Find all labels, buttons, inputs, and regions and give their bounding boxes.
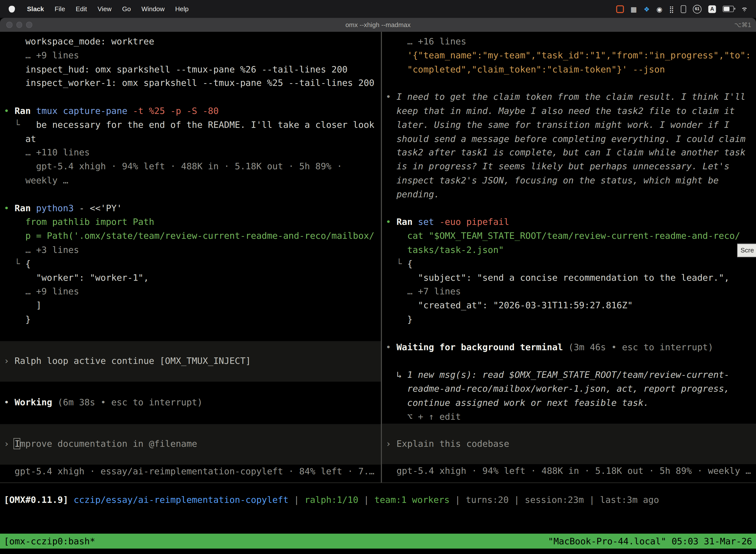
- wifi-icon[interactable]: [741, 6, 748, 12]
- text-segment: inspect_worker-1: omx sparkshell --tmux-…: [4, 78, 375, 88]
- text-segment: •: [386, 217, 396, 227]
- text-segment: (6m 38s • esc to interrupt): [58, 397, 203, 407]
- text-segment: continue assigned work or next feasible …: [386, 397, 649, 407]
- text-segment: … +9 lines: [4, 286, 79, 296]
- text-segment: Waiting for background terminal: [396, 342, 568, 352]
- battery-icon[interactable]: [723, 6, 734, 12]
- terminal-line: pending.: [386, 188, 756, 202]
- terminal-line: • Ran set -euo pipefail: [386, 215, 756, 229]
- blue-app-icon[interactable]: ❖: [644, 5, 649, 12]
- text-segment: gpt-5.4 xhigh · essay/ai-reimplementatio…: [4, 466, 375, 476]
- terminal-line: later. Using the same for transition mig…: [386, 118, 756, 132]
- text-segment: '{"team_name":"my-team","task_id":"1","f…: [386, 50, 751, 60]
- apple-menu-icon[interactable]: [9, 5, 15, 12]
- screen-recording-indicator-icon[interactable]: [616, 5, 624, 13]
- prompt-input-left[interactable]: › Improve documentation in @filename: [0, 424, 381, 464]
- terminal-line: task2 after task1 is complete, but can I…: [386, 146, 756, 160]
- spacer: [386, 202, 756, 215]
- terminal-line: • Waiting for background terminal (3m 46…: [386, 340, 756, 354]
- text-segment: Explain this codebase: [396, 439, 509, 449]
- text-segment: "subject": "send a concise recommendatio…: [386, 272, 730, 282]
- menu-items: Slack FileEditViewGoWindowHelp: [0, 5, 194, 12]
- menu-item-window[interactable]: Window: [136, 5, 170, 12]
- menu-item-view[interactable]: View: [92, 5, 117, 12]
- terminal-line: └ {: [4, 257, 381, 271]
- text-segment: "completed","claim_token":"claim-token"}…: [386, 64, 665, 74]
- text-segment: └: [4, 120, 20, 130]
- tmux-pane-left[interactable]: workspace_mode: worktree … +9 lines insp…: [0, 32, 381, 483]
- menu-item-go[interactable]: Go: [117, 5, 136, 12]
- spacer: [4, 409, 381, 424]
- terminal-line: tasks/task-2.json": [386, 243, 756, 257]
- terminal-line: • Working (6m 38s • esc to interrupt): [4, 395, 381, 409]
- terminal-line: gpt-5.4 xhigh · 94% left · 488K in · 5.1…: [386, 464, 756, 478]
- text-segment: pending.: [386, 189, 440, 199]
- text-segment: p = Path('.omx/state/team/review-current…: [4, 231, 375, 241]
- text-segment: -t %25 -p -S -80: [133, 106, 218, 116]
- text-segment: "created_at": "2026-03-31T11:59:27.816Z": [386, 300, 633, 310]
- menu-bar-status-icons: ▦❖◉⣿61A: [616, 4, 756, 13]
- prompt-text: › Ralph loop active continue [OMX_TMUX_I…: [4, 354, 381, 368]
- text-segment: tasks/task-2.json": [386, 244, 504, 255]
- battery-percent-icon[interactable]: 61: [693, 4, 701, 13]
- prompt-input-right[interactable]: › Explain this codebase: [382, 424, 756, 464]
- terminal-line: … +16 lines: [386, 35, 756, 49]
- input-source-icon[interactable]: A: [708, 5, 716, 13]
- menu-item-file[interactable]: File: [49, 5, 70, 12]
- terminal-line: }: [386, 313, 756, 327]
- text-segment: "worker": "worker-1",: [4, 272, 149, 282]
- terminal-line: • I need to get the claim token from the…: [386, 90, 756, 104]
- text-segment: from pathlib import Path: [4, 217, 154, 227]
- terminal-line: "created_at": "2026-03-31T11:59:27.816Z": [386, 299, 756, 313]
- text-segment: ⌥ + ↑ edit: [386, 411, 461, 422]
- menu-item-slack[interactable]: Slack: [21, 5, 49, 12]
- terminal-line: at: [4, 132, 381, 146]
- text-segment: ↳ 1 new msg(s): read $OMX_TEAM_STATE_ROO…: [386, 370, 730, 380]
- text-segment: set: [418, 217, 440, 227]
- circle-app-icon[interactable]: ◉: [656, 5, 663, 12]
- dots-grid-icon[interactable]: ⣿: [669, 5, 674, 12]
- text-segment: {: [25, 258, 31, 269]
- prompt-text: › Improve documentation in @filename: [4, 437, 381, 451]
- spacer: [386, 327, 756, 340]
- text-segment: workspace_mode: worktree: [4, 36, 154, 46]
- text-segment: └: [4, 258, 25, 269]
- terminal-line: • Ran tmux capture-pane -t %25 -p -S -80: [4, 104, 381, 118]
- text-segment: … +16 lines: [386, 36, 466, 46]
- text-segment: Ran: [396, 217, 418, 227]
- text-segment: (3m 46s • esc to interrupt): [568, 342, 713, 352]
- status-segment: session:23m: [525, 494, 584, 505]
- terminal-line: from pathlib import Path: [4, 215, 381, 229]
- text-segment: task2 after task1 is complete, but can I…: [386, 148, 746, 158]
- tmux-host-clock: "MacBook-Pro-44.local" 05:03 31-Mar-26: [548, 534, 752, 549]
- phone-icon[interactable]: [681, 5, 686, 13]
- text-segment: I need to get the claim token from the c…: [396, 92, 745, 102]
- spacer: [386, 76, 756, 90]
- text-segment: … +3 lines: [4, 244, 79, 255]
- text-segment: later. Using the same for transition mig…: [386, 120, 730, 130]
- text-segment: ]: [4, 300, 42, 310]
- text-segment: at: [4, 133, 36, 144]
- text-segment: Ran: [15, 203, 36, 213]
- macos-menu-bar: Slack FileEditViewGoWindowHelp ▦❖◉⣿61A: [0, 0, 756, 18]
- window-title-bar[interactable]: omx --xhigh --madmax ⌥⌘1: [0, 18, 756, 32]
- terminal-line: … +7 lines: [386, 285, 756, 299]
- text-segment: - <<'PY': [79, 203, 122, 213]
- menu-item-help[interactable]: Help: [170, 5, 194, 12]
- status-segment: |: [289, 494, 305, 505]
- text-segment: gpt-5.4 xhigh · 94% left · 488K in · 5.1…: [386, 466, 751, 476]
- text-segment: ›: [4, 356, 15, 366]
- spacer: [4, 382, 381, 395]
- text-segment: should send a message before completing …: [386, 133, 746, 144]
- grid-icon[interactable]: ▦: [630, 5, 637, 12]
- text-segment: Ralph loop active continue [OMX_TMUX_INJ…: [15, 356, 251, 366]
- text-segment: Working: [15, 397, 58, 407]
- terminal-line: … +110 lines: [4, 146, 381, 160]
- text-segment: keep that in mind. Maybe I also need the…: [386, 106, 735, 116]
- terminal-line: … +9 lines: [4, 285, 381, 299]
- terminal-line: }: [4, 313, 381, 327]
- text-segment: •: [4, 203, 15, 213]
- menu-item-edit[interactable]: Edit: [70, 5, 92, 12]
- tmux-pane-right[interactable]: … +16 lines '{"team_name":"my-team","tas…: [382, 32, 756, 483]
- text-segment: mprove documentation in @filename: [20, 439, 197, 449]
